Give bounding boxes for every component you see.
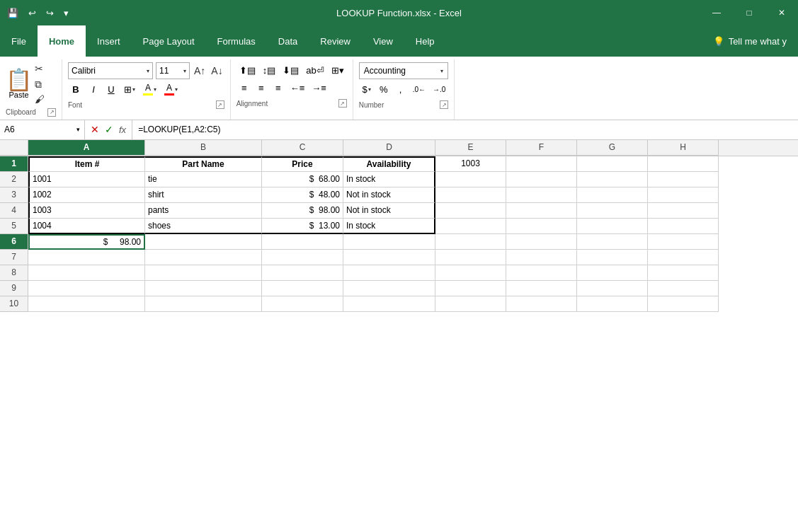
cell-C8[interactable] (262, 265, 343, 281)
col-header-E[interactable]: E (435, 140, 506, 156)
cell-C9[interactable] (262, 281, 343, 296)
cell-E9[interactable] (435, 281, 506, 296)
cell-D1[interactable]: Availability (343, 156, 435, 172)
minimize-button[interactable]: — (700, 0, 733, 25)
col-header-H[interactable]: H (648, 140, 719, 156)
cell-A9[interactable] (28, 281, 145, 296)
cell-E6[interactable] (435, 234, 506, 250)
merge-center-button[interactable]: ⊞▾ (329, 62, 347, 78)
increase-decimal-button[interactable]: →.0 (430, 81, 448, 97)
cell-A2[interactable]: 1001 (28, 172, 145, 187)
cell-F9[interactable] (506, 281, 577, 296)
cell-E10[interactable] (435, 296, 506, 312)
formula-content[interactable]: =LOOKUP(E1,A2:C5) (132, 125, 798, 134)
col-header-D[interactable]: D (343, 140, 435, 156)
menu-item-review[interactable]: Review (309, 25, 362, 57)
cell-C1[interactable]: Price (262, 156, 343, 172)
cell-E5[interactable] (435, 219, 506, 234)
maximize-button[interactable]: □ (733, 0, 765, 25)
row-header-5[interactable]: 5 (0, 219, 28, 234)
qat-dropdown[interactable]: ▾ (59, 5, 73, 21)
row-header-10[interactable]: 10 (0, 296, 28, 312)
name-box[interactable]: A6 ▾ (0, 120, 85, 139)
cell-G5[interactable] (577, 219, 648, 234)
cell-A4[interactable]: 1003 (28, 203, 145, 219)
col-header-A[interactable]: A (28, 140, 145, 156)
cell-G6[interactable] (577, 234, 648, 250)
cell-B5[interactable]: shoes (145, 219, 262, 234)
undo-button[interactable]: ↩ (24, 5, 40, 21)
cell-E1[interactable]: 1003 (435, 156, 506, 172)
redo-button[interactable]: ↪ (42, 5, 58, 21)
cell-E8[interactable] (435, 265, 506, 281)
cell-C10[interactable] (262, 296, 343, 312)
cell-B8[interactable] (145, 265, 262, 281)
cell-G1[interactable] (577, 156, 648, 172)
cell-B3[interactable]: shirt (145, 187, 262, 203)
cell-B6[interactable] (145, 234, 262, 250)
cell-G9[interactable] (577, 281, 648, 296)
decrease-font-size-button[interactable]: A↓ (210, 65, 224, 76)
cell-D2[interactable]: In stock (343, 172, 435, 187)
cell-B4[interactable]: pants (145, 203, 262, 219)
align-center-button[interactable]: ≡ (253, 80, 269, 96)
borders-button[interactable]: ⊞▾ (121, 81, 138, 97)
cell-F2[interactable] (506, 172, 577, 187)
font-name-dropdown[interactable]: Calibri ▾ (68, 62, 153, 79)
italic-button[interactable]: I (86, 81, 101, 97)
row-header-3[interactable]: 3 (0, 187, 28, 203)
cell-A3[interactable]: 1002 (28, 187, 145, 203)
copy-button[interactable]: ⧉ (35, 78, 45, 92)
col-header-F[interactable]: F (506, 140, 577, 156)
cell-A1[interactable]: Item # (28, 156, 145, 172)
tell-me-input[interactable]: 💡 Tell me what y (702, 25, 798, 57)
menu-item-file[interactable]: File (0, 25, 38, 57)
row-header-2[interactable]: 2 (0, 172, 28, 187)
close-button[interactable]: ✕ (765, 0, 798, 25)
cell-H5[interactable] (648, 219, 719, 234)
cell-C6[interactable] (262, 234, 343, 250)
underline-button[interactable]: U (103, 81, 119, 97)
cell-E2[interactable] (435, 172, 506, 187)
align-middle-button[interactable]: ↕▤ (260, 62, 279, 78)
cell-H4[interactable] (648, 203, 719, 219)
confirm-formula-button[interactable]: ✓ (103, 124, 115, 135)
alignment-expand[interactable]: ↗ (338, 99, 347, 108)
cell-B2[interactable]: tie (145, 172, 262, 187)
cell-D10[interactable] (343, 296, 435, 312)
cell-F1[interactable] (506, 156, 577, 172)
insert-function-button[interactable]: fx (118, 125, 127, 135)
cell-A6[interactable]: $ 98.00 (28, 234, 145, 250)
row-header-6[interactable]: 6 (0, 234, 28, 250)
number-expand[interactable]: ↗ (440, 100, 448, 109)
cell-G4[interactable] (577, 203, 648, 219)
cell-C4[interactable]: $ 98.00 (262, 203, 343, 219)
col-header-C[interactable]: C (262, 140, 343, 156)
number-format-dropdown[interactable]: Accounting ▾ (359, 62, 449, 79)
row-header-4[interactable]: 4 (0, 203, 28, 219)
cell-D4[interactable]: Not in stock (343, 203, 435, 219)
cell-G8[interactable] (577, 265, 648, 281)
align-bottom-button[interactable]: ⬇▤ (280, 62, 302, 78)
increase-indent-button[interactable]: →≡ (309, 80, 329, 96)
cell-D9[interactable] (343, 281, 435, 296)
cell-D3[interactable]: Not in stock (343, 187, 435, 203)
cell-A7[interactable] (28, 250, 145, 265)
menu-item-page-layout[interactable]: Page Layout (132, 25, 206, 57)
cell-F7[interactable] (506, 250, 577, 265)
cell-A10[interactable] (28, 296, 145, 312)
cell-H6[interactable] (648, 234, 719, 250)
menu-item-formulas[interactable]: Formulas (206, 25, 267, 57)
cell-B10[interactable] (145, 296, 262, 312)
cell-F8[interactable] (506, 265, 577, 281)
cell-E7[interactable] (435, 250, 506, 265)
cell-H1[interactable] (648, 156, 719, 172)
font-color-button[interactable]: A ▾ (161, 81, 181, 97)
decrease-decimal-button[interactable]: .0← (410, 81, 428, 97)
align-top-button[interactable]: ⬆▤ (236, 62, 258, 78)
cell-H9[interactable] (648, 281, 719, 296)
cell-H10[interactable] (648, 296, 719, 312)
row-header-7[interactable]: 7 (0, 250, 28, 265)
cell-G3[interactable] (577, 187, 648, 203)
increase-font-size-button[interactable]: A↑ (193, 65, 207, 76)
